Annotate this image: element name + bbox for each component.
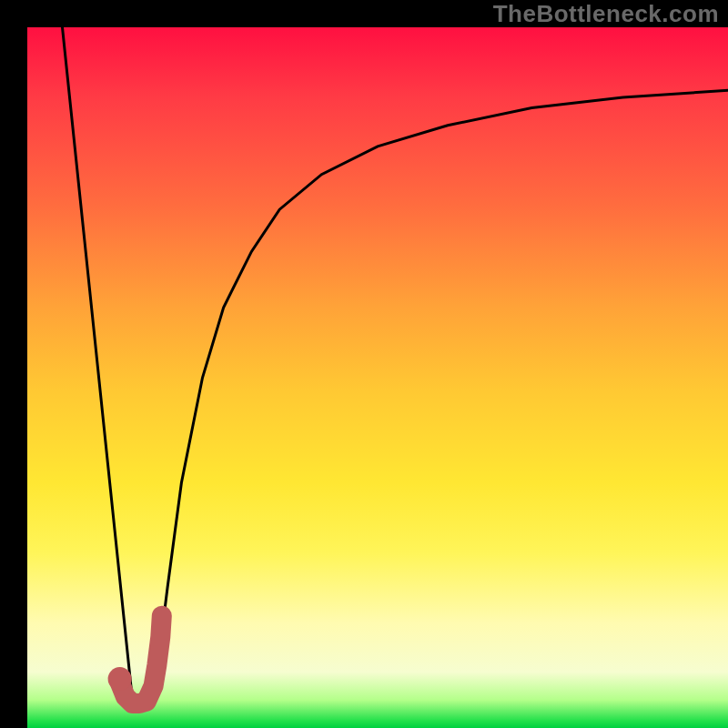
line-left <box>63 27 133 700</box>
marker-group <box>108 616 162 703</box>
marker-dot <box>108 667 132 691</box>
chart-svg <box>27 27 728 728</box>
plot-area <box>27 27 728 728</box>
curve-group <box>63 27 729 700</box>
curve-right <box>154 90 728 700</box>
chart-frame: TheBottleneck.com <box>0 0 728 728</box>
watermark-text: TheBottleneck.com <box>493 0 719 28</box>
